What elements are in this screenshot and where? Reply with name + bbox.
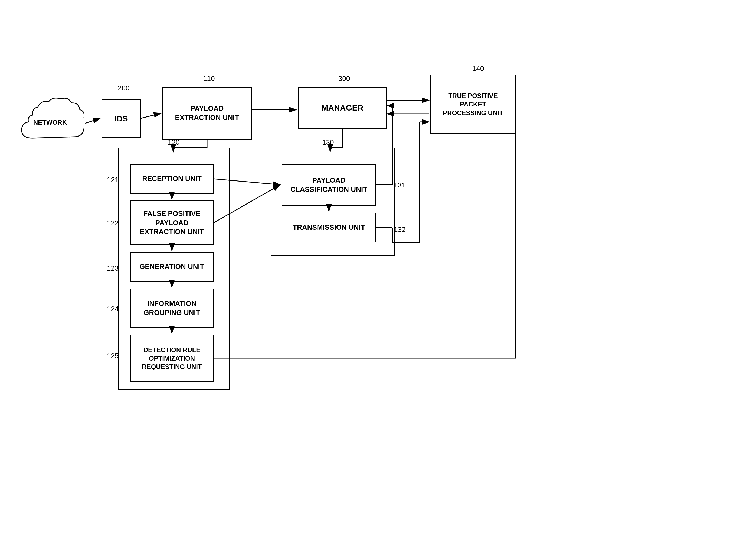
ref-121: 121 (107, 175, 119, 184)
ref-130: 130 (322, 138, 334, 146)
network-node: NETWORK (16, 92, 84, 154)
payload-classification-node: PAYLOADCLASSIFICATION UNIT (282, 164, 376, 206)
false-positive-node: FALSE POSITIVEPAYLOADEXTRACTION UNIT (130, 200, 214, 245)
information-grouping-node: INFORMATIONGROUPING UNIT (130, 289, 214, 328)
ref-131: 131 (394, 181, 405, 189)
reception-unit-node: RECEPTION UNIT (130, 164, 214, 194)
transmission-unit-node: TRANSMISSION UNIT (282, 213, 376, 242)
diagram: NETWORK IDS PAYLOADEXTRACTION UNIT MANAG… (0, 0, 756, 544)
true-positive-node: TRUE POSITIVEPACKETPROCESSING UNIT (430, 74, 516, 134)
ref-125: 125 (107, 352, 119, 360)
ref-124: 124 (107, 305, 119, 313)
ref-120: 120 (168, 138, 179, 146)
ref-200: 200 (118, 84, 129, 92)
payload-extraction-node: PAYLOADEXTRACTION UNIT (162, 87, 252, 139)
ref-132: 132 (394, 225, 405, 234)
svg-text:NETWORK: NETWORK (33, 119, 67, 126)
manager-node: MANAGER (298, 87, 387, 129)
ref-123: 123 (107, 264, 119, 273)
svg-line-4 (141, 113, 161, 118)
ref-110: 110 (203, 74, 215, 83)
detection-rule-node: DETECTION RULEOPTIMIZATIONREQUESTING UNI… (130, 335, 214, 382)
svg-line-3 (85, 118, 100, 123)
ids-node: IDS (102, 99, 141, 138)
ref-140: 140 (472, 64, 484, 73)
generation-unit-node: GENERATION UNIT (130, 252, 214, 282)
ref-122: 122 (107, 219, 119, 227)
ref-300: 300 (338, 74, 350, 83)
